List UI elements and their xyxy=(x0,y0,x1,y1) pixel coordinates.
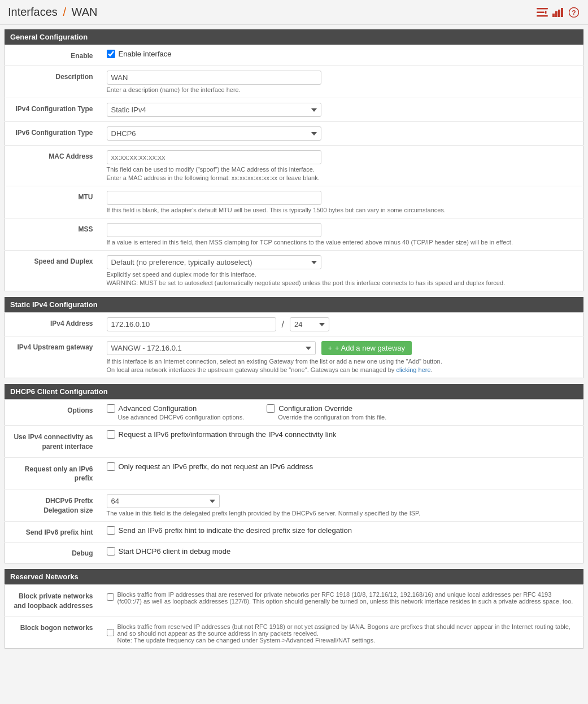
static-ipv4-section: Static IPv4 Configuration IPv4 Address /… xyxy=(5,297,583,378)
gateway-help1: If this interface is an Internet connect… xyxy=(107,358,578,365)
use-ipv4-parent-checkbox-row: Request a IPv6 prefix/information throug… xyxy=(107,430,578,439)
prefix-delegation-value: 64 48 56 60 62 63 65 The value in this f… xyxy=(101,489,583,522)
enable-checkbox[interactable] xyxy=(107,50,115,58)
breadcrumb-wan: WAN xyxy=(72,6,98,18)
advanced-config-option: Advanced Configuration Use advanced DHCP… xyxy=(107,404,245,421)
dhcp6-debug-checkbox-row: Start DHCP6 client in debug mode xyxy=(107,547,578,556)
mac-address-help1: This field can be used to modify ("spoof… xyxy=(107,166,578,173)
dhcp6-debug-row: Debug Start DHCP6 client in debug mode xyxy=(5,543,583,563)
dhcp6-debug-label: Debug xyxy=(5,543,101,563)
ipv4-address-input[interactable] xyxy=(107,317,276,331)
help-icon[interactable]: ? xyxy=(568,6,580,19)
ipv4-config-type-value: Static IPv4 None DHCP PPPoE xyxy=(101,98,583,122)
general-config-table: Enable Enable interface Description Ente… xyxy=(5,45,583,291)
config-override-help: Override the configuration from this fil… xyxy=(278,414,386,421)
config-override-label: Configuration Override xyxy=(278,404,352,413)
enable-row: Enable Enable interface xyxy=(5,45,583,66)
block-bogon-checkbox[interactable] xyxy=(107,628,114,637)
block-private-value: Blocks traffic from IP addresses that ar… xyxy=(101,585,583,617)
mac-address-help2: Enter a MAC address in the following for… xyxy=(107,174,578,181)
gateway-help2-end: . xyxy=(431,366,433,373)
chart-icon[interactable] xyxy=(552,6,564,19)
mss-input[interactable] xyxy=(107,223,321,237)
ipv6-config-type-select[interactable]: DHCP6 None SLAAC Static IPv6 xyxy=(107,126,321,141)
speed-duplex-help1: Explicitly set speed and duplex mode for… xyxy=(107,271,578,278)
svg-rect-6 xyxy=(558,10,560,17)
block-bogon-row: Block bogon networks Blocks traffic from… xyxy=(5,616,583,648)
mac-address-row: MAC Address This field can be used to mo… xyxy=(5,146,583,186)
plus-icon: + xyxy=(328,344,333,352)
config-override-checkbox[interactable] xyxy=(267,404,275,413)
use-ipv4-parent-row: Use IPv4 connectivity as parent interfac… xyxy=(5,426,583,458)
add-gateway-button[interactable]: + + Add a new gateway xyxy=(321,341,412,355)
use-ipv4-parent-label: Use IPv4 connectivity as parent interfac… xyxy=(5,426,101,458)
dhcp6-options-row-inner: Advanced Configuration Use advanced DHCP… xyxy=(107,404,578,421)
block-private-row: Block private networks and loopback addr… xyxy=(5,585,583,617)
config-override-checkbox-row: Configuration Override xyxy=(267,404,386,413)
svg-rect-4 xyxy=(552,14,555,17)
block-bogon-value: Blocks traffic from reserved IP addresse… xyxy=(101,616,583,648)
ipv6-config-type-value: DHCP6 None SLAAC Static IPv6 xyxy=(101,122,583,146)
speed-duplex-row: Speed and Duplex Default (no preference,… xyxy=(5,251,583,291)
enable-checkbox-row: Enable interface xyxy=(107,50,578,58)
mss-label: MSS xyxy=(5,218,101,251)
speed-duplex-label: Speed and Duplex xyxy=(5,251,101,291)
svg-rect-3 xyxy=(545,11,547,14)
mac-address-input[interactable] xyxy=(107,150,321,164)
prefix-hint-checkbox-row: Send an IPv6 prefix hint to indicate the… xyxy=(107,526,578,535)
prefix-hint-checkbox[interactable] xyxy=(107,526,115,535)
ipv4-config-type-label: IPv4 Configuration Type xyxy=(5,98,101,122)
dhcp6-debug-checkbox[interactable] xyxy=(107,547,115,556)
dhcp6-header: DHCP6 Client Configuration xyxy=(5,384,583,399)
dhcp6-options-label: Options xyxy=(5,400,101,426)
advanced-config-label: Advanced Configuration xyxy=(119,404,197,413)
dhcp6-debug-value: Start DHCP6 client in debug mode xyxy=(101,543,583,563)
reserved-networks-header: Reserved Networks xyxy=(5,569,583,584)
header-icons: ? xyxy=(536,6,580,19)
breadcrumb-interfaces[interactable]: Interfaces xyxy=(8,6,58,18)
block-private-checkbox[interactable] xyxy=(107,593,114,601)
ipv4-config-type-select[interactable]: Static IPv4 None DHCP PPPoE xyxy=(107,103,321,117)
advanced-config-checkbox[interactable] xyxy=(107,404,115,413)
ipv4-address-row: IPv4 Address / 24 32 16 8 xyxy=(5,313,583,336)
use-ipv4-parent-value: Request a IPv6 prefix/information throug… xyxy=(101,426,583,458)
svg-rect-1 xyxy=(537,11,545,13)
settings-icon[interactable] xyxy=(536,6,548,19)
use-ipv4-parent-checkbox[interactable] xyxy=(107,430,115,439)
ipv4-address-inputs: / 24 32 16 8 xyxy=(107,317,578,331)
prefix-delegation-label: DHCPv6 Prefix Delegation size xyxy=(5,489,101,522)
mss-row: MSS If a value is entered in this field,… xyxy=(5,218,583,251)
description-row: Description Enter a description (name) f… xyxy=(5,66,583,98)
description-input[interactable] xyxy=(107,71,321,85)
prefix-delegation-help: The value in this field is the delegated… xyxy=(107,510,578,517)
request-ipv6-prefix-row: Request only an IPv6 prefix Only request… xyxy=(5,457,583,489)
block-bogon-label: Block bogon networks xyxy=(5,616,101,648)
gateway-help2-start: On local area network interfaces the ups… xyxy=(107,366,397,373)
reserved-networks-section: Reserved Networks Block private networks… xyxy=(5,569,583,649)
mtu-input[interactable] xyxy=(107,191,321,205)
request-ipv6-prefix-checkbox[interactable] xyxy=(107,462,115,471)
mtu-row: MTU If this field is blank, the adapter'… xyxy=(5,186,583,218)
gateway-help2: On local area network interfaces the ups… xyxy=(107,366,578,373)
general-config-header: General Configuration xyxy=(5,29,583,45)
speed-duplex-value: Default (no preference, typically autose… xyxy=(101,251,583,291)
cidr-select[interactable]: 24 32 16 8 xyxy=(290,317,329,331)
prefix-hint-value: Send an IPv6 prefix hint to indicate the… xyxy=(101,522,583,543)
clicking-here-link[interactable]: clicking here xyxy=(396,366,430,373)
general-config-section: General Configuration Enable Enable inte… xyxy=(5,29,583,291)
static-ipv4-table: IPv4 Address / 24 32 16 8 xyxy=(5,312,583,378)
dhcp6-options-value: Advanced Configuration Use advanced DHCP… xyxy=(101,400,583,426)
advanced-config-help: Use advanced DHCPv6 configuration option… xyxy=(118,414,245,421)
breadcrumb-separator: / xyxy=(63,6,66,18)
block-bogon-help: Blocks traffic from reserved IP addresse… xyxy=(117,623,578,644)
mtu-value: If this field is blank, the adapter's de… xyxy=(101,186,583,218)
speed-duplex-select[interactable]: Default (no preference, typically autose… xyxy=(107,255,321,269)
svg-rect-5 xyxy=(555,11,557,17)
svg-rect-7 xyxy=(561,8,563,17)
description-label: Description xyxy=(5,66,101,98)
upstream-gateway-select[interactable]: WANGW - 172.16.0.1 none xyxy=(107,341,316,355)
prefix-delegation-select[interactable]: 64 48 56 60 62 63 65 xyxy=(107,494,220,508)
mss-help: If a value is entered in this field, the… xyxy=(107,239,578,246)
upstream-gateway-label: IPv4 Upstream gateway xyxy=(5,336,101,378)
prefix-hint-row: Send IPv6 prefix hint Send an IPv6 prefi… xyxy=(5,522,583,543)
